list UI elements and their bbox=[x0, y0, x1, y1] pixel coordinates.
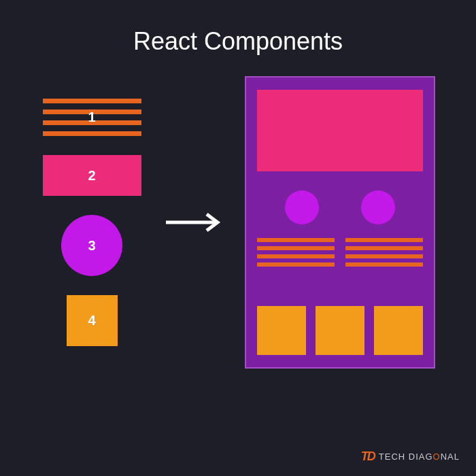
arrow-right-icon bbox=[163, 212, 224, 233]
components-list: 1 2 3 4 bbox=[41, 99, 143, 346]
component-4: 4 bbox=[67, 295, 118, 346]
logo-mark: TD bbox=[361, 449, 375, 464]
layout-squares-row bbox=[257, 306, 423, 355]
component-1: 1 bbox=[43, 99, 141, 136]
component-number: 1 bbox=[88, 109, 95, 125]
component-number: 2 bbox=[88, 168, 95, 184]
layout-square bbox=[374, 306, 423, 355]
component-number: 3 bbox=[88, 238, 95, 254]
composed-layout bbox=[245, 76, 435, 369]
layout-square bbox=[316, 306, 364, 355]
layout-square bbox=[257, 306, 306, 355]
layout-lines-col bbox=[257, 238, 335, 267]
diagram-content: 1 2 3 4 bbox=[0, 76, 476, 369]
layout-lines-row bbox=[257, 238, 423, 267]
logo-text: TECH DIAGONAL bbox=[379, 452, 460, 462]
layout-lines-col bbox=[345, 238, 423, 267]
layout-circle bbox=[285, 190, 319, 224]
layout-header bbox=[257, 90, 423, 171]
layout-circles-row bbox=[257, 185, 423, 224]
component-number: 4 bbox=[88, 313, 95, 328]
component-2: 2 bbox=[43, 155, 141, 196]
layout-circle bbox=[361, 190, 395, 224]
brand-logo: TD TECH DIAGONAL bbox=[361, 449, 460, 464]
component-3: 3 bbox=[61, 215, 122, 276]
page-title: React Components bbox=[0, 0, 476, 76]
